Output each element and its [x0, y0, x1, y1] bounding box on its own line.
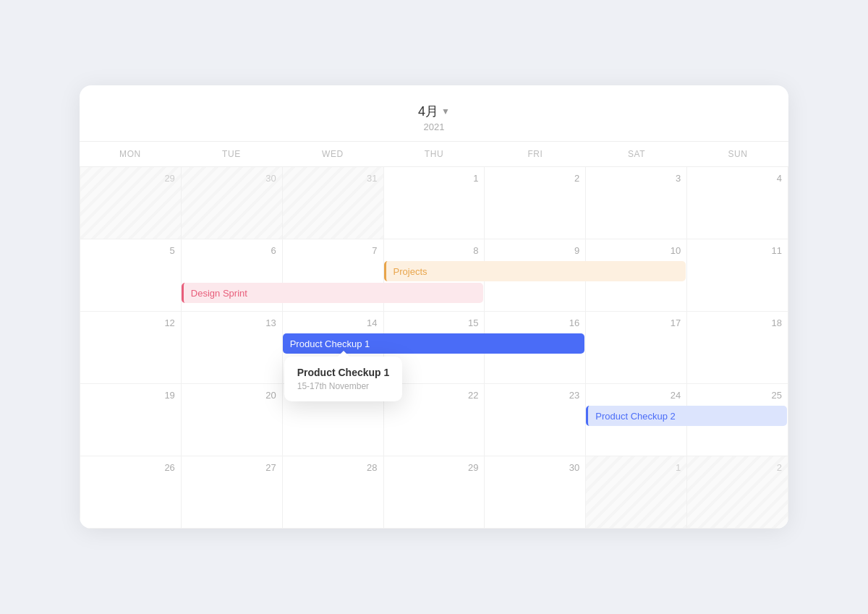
day-cell[interactable]: 17 [586, 312, 687, 384]
day-number: 24 [592, 390, 681, 401]
day-cell[interactable]: 3 [586, 167, 687, 239]
day-number: 2 [490, 173, 579, 184]
day-cell[interactable]: 12 [80, 312, 182, 384]
header-tue: TUE [181, 142, 282, 166]
day-number: 15 [390, 317, 479, 328]
calendar-year: 2021 [80, 121, 788, 132]
grid-wrapper: 29 30 31 1 2 3 4 5 6 7 8 9 10 11 12 13 1… [80, 167, 788, 529]
month-label: 4月 [418, 103, 438, 120]
calendar-container: 4月 ▼ 2021 MON TUE WED THU FRI SAT SUN 29… [80, 85, 788, 529]
day-number: 30 [490, 462, 579, 473]
day-cell[interactable]: 29 [80, 167, 182, 239]
day-cell[interactable]: 26 [80, 456, 182, 529]
day-number: 29 [390, 462, 479, 473]
day-number: 29 [86, 173, 175, 184]
day-number: 1 [592, 462, 681, 473]
day-cell[interactable]: 13 [182, 312, 283, 384]
day-cell[interactable]: 27 [182, 456, 283, 529]
day-number: 23 [490, 390, 579, 401]
day-number: 6 [187, 245, 276, 256]
event-bar-product-checkup-2[interactable]: Product Checkup 2 [586, 406, 787, 426]
day-cell[interactable]: 21 [283, 384, 384, 456]
day-number: 13 [187, 317, 276, 328]
header-thu: THU [383, 142, 485, 166]
day-cell[interactable]: 29 [384, 456, 485, 529]
day-headers-row: MON TUE WED THU FRI SAT SUN [80, 142, 788, 167]
day-number: 28 [289, 462, 378, 473]
day-cell[interactable]: 2 [485, 167, 586, 239]
day-number: 30 [187, 173, 276, 184]
day-number: 17 [592, 317, 681, 328]
calendar-month[interactable]: 4月 ▼ [80, 103, 788, 120]
day-number: 4 [693, 173, 782, 184]
event-bar-design-sprint[interactable]: Design Sprint [182, 283, 484, 303]
day-number: 2 [693, 462, 782, 473]
day-number: 27 [187, 462, 276, 473]
day-cell[interactable]: 2 [687, 456, 788, 529]
day-number: 1 [390, 173, 479, 184]
header-sun: SUN [687, 142, 788, 166]
day-cell[interactable]: 22 [384, 384, 485, 456]
day-cell[interactable]: 4 [687, 167, 788, 239]
day-cell[interactable]: 30 [485, 456, 586, 529]
day-number: 31 [289, 173, 378, 184]
day-cell[interactable]: 11 [687, 239, 788, 312]
header-sat: SAT [586, 142, 687, 166]
header-wed: WED [282, 142, 383, 166]
day-number: 3 [592, 173, 681, 184]
day-number: 21 [289, 390, 378, 401]
day-cell[interactable]: 1 [384, 167, 485, 239]
day-number: 5 [86, 245, 175, 256]
day-number: 10 [592, 245, 681, 256]
day-number: 26 [86, 462, 175, 473]
event-bar-projects[interactable]: Projects [384, 261, 686, 281]
day-number: 14 [289, 317, 378, 328]
month-dropdown-arrow[interactable]: ▼ [441, 106, 450, 116]
event-bar-product-checkup-1[interactable]: Product Checkup 1 [283, 333, 585, 354]
day-number: 12 [86, 317, 175, 328]
day-cell[interactable]: 23 [485, 384, 586, 456]
day-cell[interactable]: 18 [687, 312, 788, 384]
day-number: 7 [289, 245, 378, 256]
day-cell[interactable]: 31 [283, 167, 384, 239]
day-number: 16 [490, 317, 579, 328]
day-cell[interactable]: 20 [182, 384, 283, 456]
day-number: 22 [390, 390, 479, 401]
day-cell[interactable]: 28 [283, 456, 384, 529]
day-number: 9 [490, 245, 579, 256]
day-cell[interactable]: 30 [182, 167, 283, 239]
day-number: 11 [693, 245, 782, 256]
day-number: 25 [693, 390, 782, 401]
header-mon: MON [80, 142, 181, 166]
day-cell[interactable]: 1 [586, 456, 687, 529]
day-number: 8 [390, 245, 479, 256]
day-number: 20 [187, 390, 276, 401]
header-fri: FRI [485, 142, 586, 166]
day-number: 18 [693, 317, 782, 328]
day-cell[interactable]: 5 [80, 239, 182, 312]
calendar-header: 4月 ▼ 2021 [80, 85, 788, 142]
day-number: 19 [86, 390, 175, 401]
day-cell[interactable]: 19 [80, 384, 182, 456]
